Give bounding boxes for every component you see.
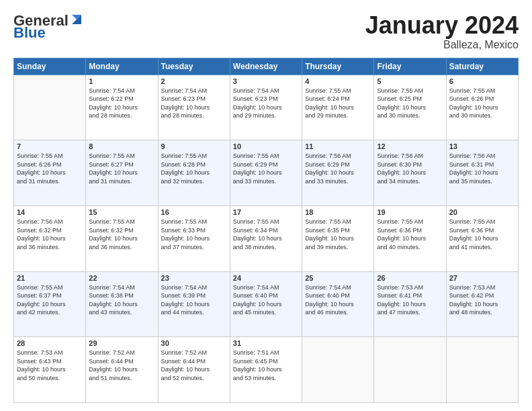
calendar-cell: 4Sunrise: 7:55 AM Sunset: 6:24 PM Daylig… [302,75,374,140]
calendar-cell [374,337,446,403]
day-number: 20 [449,208,515,216]
calendar-cell: 5Sunrise: 7:55 AM Sunset: 6:25 PM Daylig… [374,75,446,140]
calendar-cell: 2Sunrise: 7:54 AM Sunset: 6:23 PM Daylig… [158,75,230,140]
page: General Blue January 2024 Balleza, Mexic… [0,0,532,411]
day-info: Sunrise: 7:55 AM Sunset: 6:28 PM Dayligh… [161,152,227,185]
calendar-cell: 31Sunrise: 7:51 AM Sunset: 6:45 PM Dayli… [230,337,302,403]
day-info: Sunrise: 7:55 AM Sunset: 6:37 PM Dayligh… [17,283,83,317]
day-info: Sunrise: 7:52 AM Sunset: 6:44 PM Dayligh… [89,349,154,382]
calendar-cell: 15Sunrise: 7:55 AM Sunset: 6:32 PM Dayli… [86,205,158,271]
day-info: Sunrise: 7:55 AM Sunset: 6:36 PM Dayligh… [449,218,515,251]
calendar-cell: 3Sunrise: 7:54 AM Sunset: 6:23 PM Daylig… [230,75,302,140]
day-number: 25 [305,274,371,282]
calendar-cell: 18Sunrise: 7:55 AM Sunset: 6:35 PM Dayli… [302,205,374,271]
calendar-cell: 27Sunrise: 7:53 AM Sunset: 6:42 PM Dayli… [446,271,518,337]
day-info: Sunrise: 7:54 AM Sunset: 6:23 PM Dayligh… [161,87,227,120]
logo: General Blue [13,12,84,42]
day-info: Sunrise: 7:56 AM Sunset: 6:30 PM Dayligh… [377,152,443,185]
day-number: 28 [17,339,83,347]
day-info: Sunrise: 7:55 AM Sunset: 6:34 PM Dayligh… [233,218,299,251]
day-info: Sunrise: 7:55 AM Sunset: 6:32 PM Dayligh… [89,218,154,251]
day-number: 13 [449,142,515,150]
day-info: Sunrise: 7:55 AM Sunset: 6:26 PM Dayligh… [17,152,83,185]
day-number: 5 [377,77,443,85]
calendar-cell: 9Sunrise: 7:55 AM Sunset: 6:28 PM Daylig… [158,140,230,206]
col-sunday: Sunday [14,58,86,75]
day-info: Sunrise: 7:54 AM Sunset: 6:22 PM Dayligh… [89,87,154,120]
day-number: 26 [377,274,443,282]
calendar-cell: 7Sunrise: 7:55 AM Sunset: 6:26 PM Daylig… [14,140,86,206]
logo-blue: Blue [13,24,46,42]
calendar-cell: 25Sunrise: 7:54 AM Sunset: 6:40 PM Dayli… [302,271,374,337]
day-info: Sunrise: 7:55 AM Sunset: 6:27 PM Dayligh… [89,152,154,185]
day-info: Sunrise: 7:55 AM Sunset: 6:24 PM Dayligh… [305,87,371,120]
day-info: Sunrise: 7:55 AM Sunset: 6:29 PM Dayligh… [233,152,299,185]
day-info: Sunrise: 7:55 AM Sunset: 6:26 PM Dayligh… [449,87,515,120]
col-monday: Monday [86,58,158,75]
calendar-cell: 20Sunrise: 7:55 AM Sunset: 6:36 PM Dayli… [446,205,518,271]
day-number: 3 [233,77,299,85]
day-number: 22 [89,274,154,282]
day-info: Sunrise: 7:54 AM Sunset: 6:39 PM Dayligh… [161,283,227,317]
calendar-cell: 19Sunrise: 7:55 AM Sunset: 6:36 PM Dayli… [374,205,446,271]
day-info: Sunrise: 7:55 AM Sunset: 6:35 PM Dayligh… [305,218,371,251]
col-saturday: Saturday [446,58,518,75]
day-info: Sunrise: 7:53 AM Sunset: 6:42 PM Dayligh… [449,283,515,317]
calendar-cell: 22Sunrise: 7:54 AM Sunset: 6:38 PM Dayli… [86,271,158,337]
day-number: 8 [89,142,154,150]
main-title: January 2024 [365,12,519,39]
calendar-cell: 17Sunrise: 7:55 AM Sunset: 6:34 PM Dayli… [230,205,302,271]
day-info: Sunrise: 7:53 AM Sunset: 6:43 PM Dayligh… [17,349,83,382]
calendar-cell: 21Sunrise: 7:55 AM Sunset: 6:37 PM Dayli… [14,271,86,337]
day-info: Sunrise: 7:56 AM Sunset: 6:32 PM Dayligh… [17,218,83,251]
day-number: 2 [161,77,227,85]
calendar-cell: 24Sunrise: 7:54 AM Sunset: 6:40 PM Dayli… [230,271,302,337]
calendar-cell [302,337,374,403]
header: General Blue January 2024 Balleza, Mexic… [13,12,519,51]
week-row-1: 7Sunrise: 7:55 AM Sunset: 6:26 PM Daylig… [14,140,519,206]
day-number: 10 [233,142,299,150]
calendar-cell: 29Sunrise: 7:52 AM Sunset: 6:44 PM Dayli… [86,337,158,403]
week-row-0: 1Sunrise: 7:54 AM Sunset: 6:22 PM Daylig… [14,75,519,140]
col-friday: Friday [374,58,446,75]
day-info: Sunrise: 7:52 AM Sunset: 6:44 PM Dayligh… [161,349,227,382]
calendar-table: Sunday Monday Tuesday Wednesday Thursday… [13,58,519,403]
calendar-cell [446,337,518,403]
day-number: 21 [17,274,83,282]
week-row-3: 21Sunrise: 7:55 AM Sunset: 6:37 PM Dayli… [14,271,519,337]
calendar-cell: 23Sunrise: 7:54 AM Sunset: 6:39 PM Dayli… [158,271,230,337]
day-info: Sunrise: 7:53 AM Sunset: 6:41 PM Dayligh… [377,283,443,317]
week-row-4: 28Sunrise: 7:53 AM Sunset: 6:43 PM Dayli… [14,337,519,403]
day-number: 29 [89,339,154,347]
title-block: January 2024 Balleza, Mexico [365,12,519,51]
calendar-cell: 6Sunrise: 7:55 AM Sunset: 6:26 PM Daylig… [446,75,518,140]
day-number: 11 [305,142,371,150]
day-number: 16 [161,208,227,216]
day-number: 24 [233,274,299,282]
day-info: Sunrise: 7:54 AM Sunset: 6:40 PM Dayligh… [233,283,299,317]
calendar-cell: 10Sunrise: 7:55 AM Sunset: 6:29 PM Dayli… [230,140,302,206]
calendar-cell: 30Sunrise: 7:52 AM Sunset: 6:44 PM Dayli… [158,337,230,403]
day-info: Sunrise: 7:54 AM Sunset: 6:38 PM Dayligh… [89,283,154,317]
calendar-cell: 14Sunrise: 7:56 AM Sunset: 6:32 PM Dayli… [14,205,86,271]
logo-bird-icon [69,12,84,27]
calendar-header-row: Sunday Monday Tuesday Wednesday Thursday… [14,58,519,75]
day-info: Sunrise: 7:51 AM Sunset: 6:45 PM Dayligh… [233,349,299,382]
calendar-cell: 11Sunrise: 7:56 AM Sunset: 6:29 PM Dayli… [302,140,374,206]
day-info: Sunrise: 7:54 AM Sunset: 6:23 PM Dayligh… [233,87,299,120]
day-number: 9 [161,142,227,150]
col-thursday: Thursday [302,58,374,75]
day-number: 7 [17,142,83,150]
day-number: 19 [377,208,443,216]
day-number: 17 [233,208,299,216]
week-row-2: 14Sunrise: 7:56 AM Sunset: 6:32 PM Dayli… [14,205,519,271]
day-number: 6 [449,77,515,85]
day-number: 31 [233,339,299,347]
day-number: 1 [89,77,154,85]
calendar-cell: 8Sunrise: 7:55 AM Sunset: 6:27 PM Daylig… [86,140,158,206]
day-number: 14 [17,208,83,216]
day-number: 27 [449,274,515,282]
day-number: 30 [161,339,227,347]
day-number: 4 [305,77,371,85]
calendar-cell: 12Sunrise: 7:56 AM Sunset: 6:30 PM Dayli… [374,140,446,206]
